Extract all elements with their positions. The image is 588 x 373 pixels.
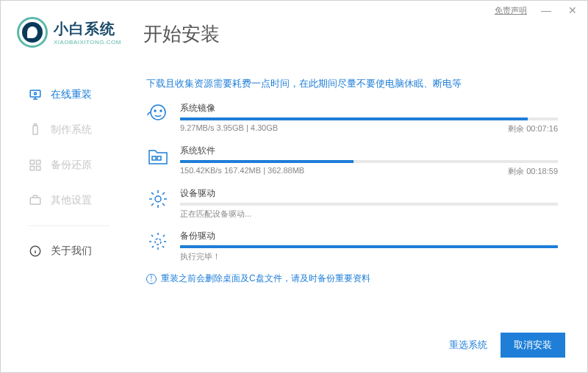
sidebar-item-label: 在线重装 bbox=[51, 88, 92, 101]
monitor-icon bbox=[29, 88, 42, 101]
svg-point-1 bbox=[35, 93, 37, 95]
task-status: 正在匹配设备驱动... bbox=[180, 209, 558, 220]
sidebar-item-label: 备份还原 bbox=[51, 159, 92, 172]
usb-icon bbox=[29, 123, 42, 137]
case-icon bbox=[29, 194, 42, 207]
sidebar-item-label: 其他设置 bbox=[51, 194, 92, 207]
svg-rect-5 bbox=[37, 160, 40, 164]
svg-rect-14 bbox=[157, 156, 161, 160]
svg-rect-7 bbox=[37, 167, 40, 170]
folder-icon bbox=[146, 145, 170, 168]
sidebar-item-label: 制作系统 bbox=[51, 123, 92, 137]
svg-rect-13 bbox=[152, 156, 156, 160]
task-title: 设备驱动 bbox=[180, 187, 558, 200]
task-title: 系统软件 bbox=[180, 145, 558, 157]
grid-icon bbox=[29, 159, 42, 172]
svg-point-15 bbox=[155, 196, 161, 202]
svg-rect-0 bbox=[30, 90, 40, 97]
disclaimer-link[interactable]: 免责声明 bbox=[495, 5, 527, 16]
task-remaining: 剩余 00:18:59 bbox=[508, 166, 558, 177]
logo-en: XIAOBAIXITONG.COM bbox=[54, 39, 121, 46]
task-driver: 设备驱动 正在匹配设备驱动... bbox=[146, 187, 558, 220]
svg-rect-8 bbox=[30, 198, 40, 204]
sidebar-item-backup[interactable]: 备份还原 bbox=[29, 148, 132, 183]
svg-rect-3 bbox=[35, 124, 37, 126]
task-status: 执行完毕！ bbox=[180, 251, 558, 262]
task-speed: 150.42KB/s 167.42MB | 362.88MB bbox=[180, 166, 304, 177]
task-software: 系统软件 150.42KB/s 167.42MB | 362.88MB 剩余 0… bbox=[146, 145, 558, 177]
warning-icon: ! bbox=[146, 274, 157, 284]
gear-dashed-icon bbox=[146, 230, 170, 253]
task-backup-driver: 备份驱动 执行完毕！ bbox=[146, 230, 558, 262]
sidebar-item-settings[interactable]: 其他设置 bbox=[29, 183, 132, 218]
task-title: 系统镜像 bbox=[180, 102, 558, 115]
svg-point-11 bbox=[154, 110, 156, 112]
svg-point-12 bbox=[160, 110, 162, 112]
progress-bar bbox=[180, 203, 558, 206]
sidebar-item-label: 关于我们 bbox=[51, 245, 92, 258]
cancel-button[interactable]: 取消安装 bbox=[501, 333, 565, 358]
svg-rect-6 bbox=[30, 167, 34, 170]
svg-rect-4 bbox=[30, 160, 34, 164]
sidebar-item-about[interactable]: 关于我们 bbox=[29, 233, 132, 269]
task-remaining: 剩余 00:07:16 bbox=[508, 123, 558, 134]
sidebar-item-reinstall[interactable]: 在线重装 bbox=[29, 77, 132, 112]
page-title: 开始安装 bbox=[143, 21, 220, 47]
logo-cn: 小白系统 bbox=[54, 19, 121, 39]
gear-icon bbox=[146, 187, 170, 211]
progress-bar bbox=[180, 245, 558, 248]
task-title: 备份驱动 bbox=[180, 230, 558, 242]
sidebar-item-make[interactable]: 制作系统 bbox=[29, 112, 132, 148]
sidebar: 在线重装 制作系统 备份还原 其他设置 关于我们 bbox=[29, 62, 132, 285]
svg-rect-2 bbox=[33, 126, 37, 134]
progress-bar bbox=[180, 160, 558, 163]
close-icon[interactable]: ✕ bbox=[565, 4, 580, 16]
task-image: 系统镜像 9.27MB/s 3.95GB | 4.30GB 剩余 00:07:1… bbox=[146, 102, 558, 134]
svg-point-10 bbox=[151, 105, 165, 120]
progress-bar bbox=[180, 117, 558, 120]
install-notice: 下载且收集资源需要耗费一点时间，在此期间尽量不要使电脑休眠、断电等 bbox=[146, 77, 558, 90]
image-face-icon bbox=[146, 102, 170, 126]
info-icon bbox=[29, 245, 42, 258]
divider bbox=[29, 225, 110, 226]
reselect-button[interactable]: 重选系统 bbox=[449, 338, 487, 352]
task-speed: 9.27MB/s 3.95GB | 4.30GB bbox=[180, 123, 278, 134]
warning-text: 重装之前会删除桌面及C盘文件，请及时备份重要资料 bbox=[161, 272, 370, 285]
app-logo: 小白系统 XIAOBAIXITONG.COM bbox=[17, 17, 121, 48]
svg-point-16 bbox=[155, 239, 161, 245]
warning-notice: ! 重装之前会删除桌面及C盘文件，请及时备份重要资料 bbox=[146, 272, 558, 285]
minimize-icon[interactable]: — bbox=[538, 4, 554, 16]
